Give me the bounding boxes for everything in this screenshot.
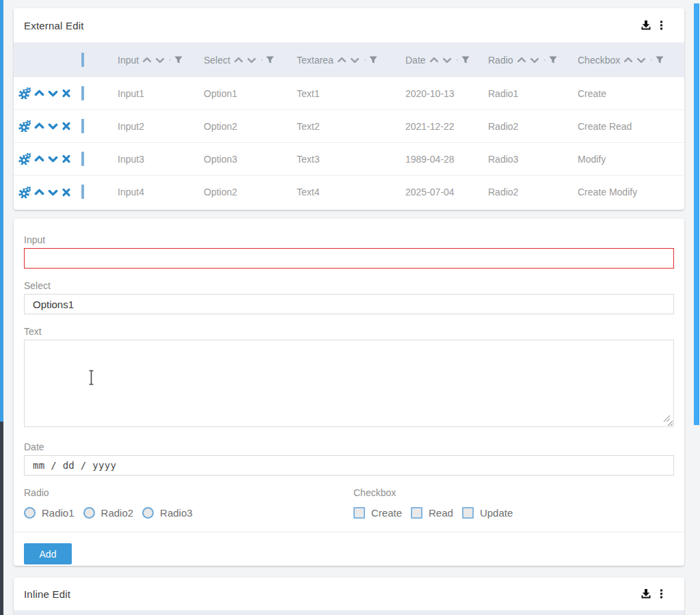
table-row: Input4 Option2 Text4 2025-07-04 Radio2 C… (14, 176, 684, 208)
delete-icon[interactable] (62, 187, 71, 197)
download-icon[interactable] (641, 20, 651, 31)
radio-radio1[interactable] (24, 507, 36, 519)
sort-desc-icon[interactable] (442, 55, 452, 65)
external-edit-header: External Edit (14, 8, 684, 42)
sort-asc-icon[interactable] (337, 55, 347, 65)
move-up-icon[interactable] (34, 187, 44, 197)
delete-icon[interactable] (62, 154, 71, 164)
checkbox-read[interactable] (411, 507, 422, 519)
radio-radio2[interactable] (83, 507, 95, 519)
checkbox-option-label: Create (371, 507, 402, 519)
card-title: External Edit (24, 20, 84, 31)
delete-icon[interactable] (62, 121, 71, 131)
select-label: Select (24, 269, 674, 291)
filter-icon[interactable] (461, 56, 470, 64)
radio-group-label: Radio (24, 487, 353, 498)
settings-cogs-icon[interactable] (18, 187, 31, 198)
column-header-textarea[interactable]: Textarea (297, 55, 334, 66)
column-header-radio[interactable]: Radio (488, 55, 513, 66)
cell-checkbox: Modify (569, 154, 684, 165)
checkbox-option-label: Update (480, 507, 513, 519)
cell-select: Option2 (196, 187, 288, 197)
divider-dot (544, 59, 546, 61)
checkbox-update[interactable] (462, 507, 474, 519)
filter-icon[interactable] (369, 56, 377, 64)
radio-option-label: Radio2 (101, 507, 134, 519)
inline-edit-card: Inline Edit (14, 577, 684, 615)
move-down-icon[interactable] (48, 88, 58, 98)
radio-option-label: Radio1 (42, 507, 75, 519)
table-row: Input3 Option3 Text3 1989-04-28 Radio3 M… (14, 143, 684, 176)
cell-radio: Radio2 (480, 121, 569, 132)
input-field[interactable] (24, 248, 674, 269)
cell-checkbox: Create Modify (569, 187, 684, 197)
sort-asc-icon[interactable] (623, 55, 633, 65)
filter-icon[interactable] (174, 56, 183, 64)
move-down-icon[interactable] (48, 121, 58, 131)
card-title: Inline Edit (24, 588, 70, 600)
column-header-input[interactable]: Input (118, 55, 139, 66)
row-checkbox[interactable] (81, 184, 84, 199)
delete-icon[interactable] (62, 88, 71, 98)
cell-checkbox: Create Read (569, 121, 684, 132)
divider-dot (170, 59, 171, 61)
left-scrollbar-thumb[interactable] (0, 0, 3, 422)
select-value: Options1 (33, 299, 74, 310)
kebab-menu-icon[interactable] (659, 20, 664, 31)
kebab-menu-icon[interactable] (659, 588, 664, 600)
sort-desc-icon[interactable] (155, 55, 165, 65)
column-header-checkbox[interactable]: Checkbox (578, 55, 620, 66)
move-up-icon[interactable] (34, 121, 44, 131)
cell-textarea: Text1 (288, 88, 397, 99)
add-record-form-card: Input Select Options1 Text Date mm / dd … (14, 219, 684, 566)
input-label: Input (24, 219, 674, 245)
text-area[interactable] (24, 340, 674, 427)
cell-radio: Radio2 (480, 187, 569, 197)
download-icon[interactable] (641, 588, 651, 599)
move-down-icon[interactable] (48, 154, 58, 164)
move-up-icon[interactable] (34, 88, 44, 98)
settings-cogs-icon[interactable] (18, 120, 31, 132)
filter-icon[interactable] (656, 56, 664, 64)
select-all-checkbox[interactable] (81, 53, 84, 67)
checkbox-option-label: Read (429, 507, 453, 519)
row-checkbox[interactable] (81, 152, 84, 166)
settings-cogs-icon[interactable] (18, 153, 31, 165)
column-header-date[interactable]: Date (405, 55, 426, 66)
row-checkbox[interactable] (81, 119, 84, 133)
date-input[interactable]: mm / dd / yyyy (24, 455, 674, 476)
sort-asc-icon[interactable] (517, 55, 526, 65)
checkbox-group-label: Checkbox (353, 487, 522, 498)
table-header-row: Input Select Textarea Date (14, 42, 684, 77)
sort-desc-icon[interactable] (350, 55, 360, 65)
sort-asc-icon[interactable] (142, 55, 152, 65)
filter-icon[interactable] (266, 56, 274, 64)
move-down-icon[interactable] (48, 187, 58, 197)
sort-desc-icon[interactable] (247, 55, 256, 65)
add-button[interactable]: Add (24, 543, 72, 564)
settings-cogs-icon[interactable] (18, 87, 31, 99)
cell-select: Option2 (196, 121, 288, 132)
row-checkbox[interactable] (81, 86, 84, 100)
column-header-select[interactable]: Select (204, 55, 230, 66)
radio-radio3[interactable] (142, 507, 154, 519)
filter-icon[interactable] (549, 56, 557, 64)
sort-asc-icon[interactable] (429, 55, 439, 65)
table-row: Input2 Option2 Text2 2021-12-22 Radio2 C… (14, 110, 684, 143)
sort-desc-icon[interactable] (636, 55, 646, 65)
right-scrollbar-thumb[interactable] (694, 3, 699, 425)
cell-textarea: Text4 (288, 187, 397, 197)
select-input[interactable]: Options1 (24, 294, 674, 314)
checkbox-create[interactable] (353, 507, 365, 519)
cell-radio: Radio1 (480, 88, 569, 99)
cell-date: 2020-10-13 (397, 88, 480, 99)
sort-asc-icon[interactable] (234, 55, 243, 65)
text-label: Text (24, 314, 674, 337)
cell-date: 1989-04-28 (397, 154, 480, 165)
divider-dot (651, 59, 652, 61)
move-up-icon[interactable] (34, 154, 44, 164)
cell-select: Option3 (196, 154, 288, 165)
external-edit-card: External Edit Input Select Textarea (14, 8, 684, 210)
sort-desc-icon[interactable] (530, 55, 539, 65)
divider-dot (457, 59, 458, 61)
